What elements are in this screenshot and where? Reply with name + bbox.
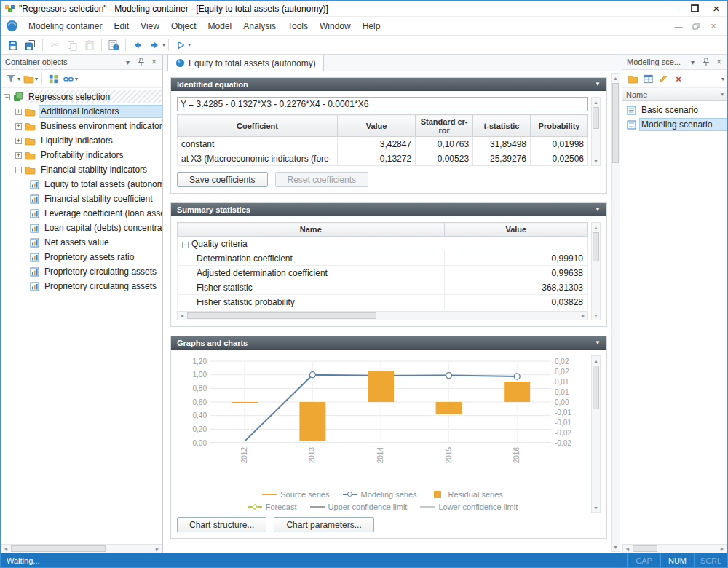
reset-coefficients-button[interactable]: Reset coefficients [275,172,369,187]
chart-parameters-button[interactable]: Chart parameters... [274,517,373,532]
collapse-arrow-icon[interactable]: ▼ [595,206,601,213]
coef-column-header[interactable]: t-statistic [473,115,531,137]
scroll-track[interactable] [612,82,620,543]
scroll-track[interactable] [592,365,600,503]
forward-button[interactable] [146,37,164,53]
scroll-down-icon[interactable]: ▼ [592,311,600,320]
filter-button[interactable] [4,71,18,87]
menu-modeling-container[interactable]: Modeling container [23,18,108,34]
tree-folder-item[interactable]: +Additional indicators [1,104,162,119]
filter-dropdown-icon[interactable]: ▾ [17,76,20,82]
expand-box-icon[interactable]: + [15,123,22,130]
scroll-left-icon[interactable]: ◄ [178,312,186,320]
scroll-left-icon[interactable]: ◄ [623,545,632,553]
scroll-up-icon[interactable]: ▲ [592,98,600,106]
close-button[interactable]: × [705,1,727,16]
mdi-close-icon[interactable]: × [707,20,720,32]
panel-menu-icon[interactable]: ▾ [122,57,133,68]
chart-vscrollbar[interactable]: ▲ ▼ [591,355,601,513]
scroll-up-icon[interactable]: ▲ [612,74,620,82]
collapse-box-icon[interactable]: − [4,94,10,100]
legend-item[interactable]: Source series [262,490,329,499]
legend-item[interactable]: Forecast [248,502,297,511]
line-marker[interactable] [446,373,452,379]
save-all-button[interactable] [22,37,39,53]
menu-window[interactable]: Window [314,18,357,34]
scroll-track[interactable] [186,312,579,320]
new-folder-button[interactable] [21,71,36,87]
summary-group-row[interactable]: −Quality criteria [178,237,588,251]
close-panel-icon[interactable]: × [713,57,724,68]
scroll-thumb[interactable] [593,366,599,409]
folder-dropdown-icon[interactable]: ▾ [35,76,38,82]
tree-model-item[interactable]: Leverage coefficient (loan assets) [1,206,162,221]
equation-vscrollbar[interactable]: ▲ ▼ [591,97,601,166]
scenario-item[interactable]: Basic scenario [622,103,727,117]
scroll-track[interactable] [10,545,153,553]
minimize-button[interactable]: — [662,1,684,16]
residual-bar[interactable] [504,382,530,402]
graphs-header[interactable]: Graphs and charts ▼ [171,336,606,350]
collapse-arrow-icon[interactable]: ▼ [595,81,601,87]
scroll-up-icon[interactable]: ▲ [592,223,600,232]
pin-icon[interactable] [135,57,146,68]
tree-folder-item[interactable]: +Liquidity indicators [1,133,162,148]
tree-model-item[interactable]: Proprietory circulating assets [1,279,162,293]
history-dropdown-icon[interactable]: ▾ [162,42,165,48]
menu-object[interactable]: Object [165,18,202,34]
scroll-track[interactable] [632,545,718,553]
tree-model-item[interactable]: Equity to total assets (autonomy) [1,177,162,192]
menu-model[interactable]: Model [202,18,238,34]
tree-model-item[interactable]: Proprietory assets ratio [1,250,162,264]
menu-help[interactable]: Help [357,18,387,34]
panel-menu-icon[interactable]: ▾ [687,57,698,68]
run-calculation-button[interactable] [172,37,189,53]
scroll-down-icon[interactable]: ▼ [612,543,620,551]
tree-model-item[interactable]: Net assets value [1,235,162,250]
paste-button[interactable] [81,37,98,53]
menu-view[interactable]: View [135,18,165,34]
legend-item[interactable]: Upper confidence limit [310,502,408,511]
left-panel-header[interactable]: Container objects ▾ × [1,55,162,70]
chart[interactable]: 1,201,000,800,600,400,200,000,020,020,01… [177,355,585,488]
scroll-thumb[interactable] [612,83,619,163]
scenario-column-header[interactable]: Name ▾ [622,88,727,101]
mdi-minimize-icon[interactable]: — [672,20,685,32]
back-button[interactable] [129,37,146,53]
right-panel-hscrollbar[interactable]: ◄ ► [622,544,727,553]
edit-scenario-button[interactable] [656,71,670,87]
tab-equity-to-total-assets[interactable]: Equity to total assets (autonomy) [167,55,324,71]
scroll-thumb[interactable] [593,107,599,129]
save-coefficients-button[interactable]: Save coefficients [177,172,268,187]
menu-tools[interactable]: Tools [282,18,314,34]
equation-field[interactable]: Y = 3.4285 - 0.1327*X3 - 0.2276*X4 - 0.0… [177,97,588,111]
scroll-track[interactable] [592,106,600,157]
tree-model-item[interactable]: Financial stability coefficient [1,192,162,206]
collapse-arrow-icon[interactable]: ▼ [595,339,601,346]
summary-statistics-header[interactable]: Summary statistics ▼ [171,203,606,216]
scroll-down-icon[interactable]: ▼ [592,503,600,512]
expand-box-icon[interactable]: + [15,152,22,159]
tree-model-item[interactable]: Loan capital (debts) concentration [1,221,162,235]
summary-row[interactable]: Fisher statistic368,31303 [178,280,588,295]
new-scenario-button[interactable] [641,71,655,87]
new-scenario-folder-button[interactable] [625,71,640,87]
close-panel-icon[interactable]: × [149,57,159,68]
link-objects-button[interactable] [61,71,76,87]
summary-row[interactable]: Fisher statistic probability0,03828 [178,295,588,309]
menu-edit[interactable]: Edit [108,18,135,34]
expand-box-icon[interactable]: + [15,138,22,144]
legend-item[interactable]: Modeling series [343,490,417,499]
scenario-item[interactable]: Modeling scenario [622,117,727,132]
summary-row[interactable]: Adjusted determination coefficient0,9963… [178,266,588,280]
tree-folder-item[interactable]: +Business environment indicators [1,119,162,133]
summary-column-header[interactable]: Name [178,223,445,237]
scroll-down-icon[interactable]: ▼ [592,157,600,165]
copy-button[interactable] [63,37,81,53]
link-dropdown-icon[interactable]: ▾ [75,76,78,82]
legend-item[interactable]: Residual series [430,490,503,499]
pin-icon[interactable] [700,57,711,68]
scroll-up-icon[interactable]: ▲ [592,356,600,365]
tree-folder-item[interactable]: +Profitability indicators [1,148,162,162]
summary-vscrollbar[interactable]: ▲ ▼ [591,222,601,320]
